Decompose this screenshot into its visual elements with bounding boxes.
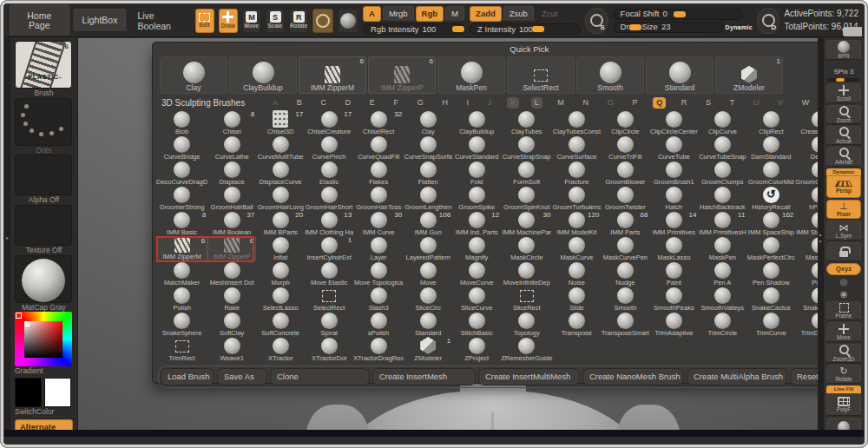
brush-tile[interactable]: CurveMultiTube [256,135,305,161]
brush-tile[interactable]: CurveLathe [207,135,256,161]
brush-tile[interactable]: SliceCirc [404,287,452,312]
spix-slider[interactable]: SPix 3 [826,62,861,82]
letter-jump[interactable]: Q [653,97,666,109]
brush-action-button[interactable]: Create InsertMesh [372,368,476,385]
brush-action-button[interactable]: Create InsertMultiMesh [478,368,580,385]
zsub-button[interactable]: Zsub [503,6,534,22]
stroke-selector[interactable] [15,98,72,146]
zoom3d-button[interactable]: Zoom3D [826,344,861,363]
floor-button[interactable]: ⊥ Floor [826,200,861,219]
letter-jump[interactable]: F [390,97,402,109]
brush-tile[interactable]: GroomSpinKnot [501,186,552,211]
letter-jump[interactable]: U [750,97,763,109]
letter-jump[interactable]: J [484,97,496,109]
brush-tile[interactable]: Flatten [404,161,452,186]
brush-tile[interactable]: Magnify [452,236,501,261]
brush-tile[interactable]: Pen A [698,261,746,287]
rotate-button[interactable]: R Rotate [289,9,308,33]
brush-tile[interactable]: SnakeCactus [746,287,795,312]
focal-shift-thumb[interactable] [674,11,686,17]
letter-jump[interactable]: S [702,97,714,109]
brush-tile[interactable]: TrimCircle [698,312,746,337]
brush-tile[interactable]: GroomHairShort [305,186,353,211]
brush-tile[interactable]: GroomLengthen [404,186,452,211]
letter-jump[interactable]: T [727,97,739,109]
brush-tile[interactable]: IMM Curve 30 [353,211,404,236]
brush-tile[interactable]: SoftConcrete [256,312,305,337]
quick-pick-tile[interactable]: MaskPen [437,56,505,94]
brush-tile[interactable]: GroomSpike [452,186,501,211]
brush-tile[interactable]: IMM Ind. Parts 12 [452,211,501,236]
brush-action-button[interactable]: Create NanoMesh Brush [582,368,684,385]
letter-jump[interactable]: M [554,97,568,109]
brush-tile[interactable]: Transpose [552,312,601,337]
main-color-swatch[interactable] [15,378,42,407]
brush-tile[interactable]: TrimAdaptive [649,312,698,337]
brush-tile[interactable]: GroomHairBall [207,186,256,211]
brush-tile[interactable]: Standard [404,312,452,337]
scale-button[interactable]: S Scale [266,9,285,33]
quick-pick-tile[interactable]: IMM ZipperM 6 [299,56,366,94]
brush-tile[interactable]: MoveCurve [452,261,501,287]
saturation-square[interactable] [24,321,62,358]
brush-tile[interactable]: GroomColorMid [746,161,795,186]
transparency-lock-button[interactable] [826,242,861,261]
brush-tile[interactable]: Polish [156,287,207,312]
rotate-3d-button[interactable]: ↻ Rotate [826,365,861,384]
brush-tile[interactable]: SliceRect [501,287,552,312]
brush-tile[interactable]: Slash3 [353,287,404,312]
actual-button[interactable]: Actual [826,126,861,145]
a-button[interactable]: A [363,6,381,22]
ghost-toggle-button[interactable]: ◎ [836,277,852,287]
brush-tile[interactable]: MaskCurve [552,236,601,261]
brush-tile[interactable]: IMM BParts 20 [256,211,305,236]
brush-tile[interactable]: Inflat [256,236,305,261]
letter-jump[interactable]: G [414,97,427,109]
brush-tile[interactable]: IMM ModelKit 120 [552,211,601,236]
brush-tile[interactable]: ChiselCreature 17 [305,110,353,135]
brush-tile[interactable]: DamStandard [746,135,795,161]
brush-tile[interactable]: MeshInsert Dot [207,261,256,287]
brush-tile[interactable]: FormSoft [501,161,552,186]
brush-tile[interactable]: MaskCurvePen [601,236,649,261]
home-page-button[interactable]: Home Page [10,4,69,36]
brush-tile[interactable]: XTractor [256,337,305,362]
brush-tile[interactable]: SmoothValleys [698,287,746,312]
brush-tile[interactable]: InsertCylndrExt 1 [305,236,353,261]
brush-tile[interactable]: Move [404,261,452,287]
brush-tile[interactable]: CurveStrapSnap [501,135,552,161]
brush-tile[interactable]: Morph [256,261,305,287]
quick-pick-tile[interactable]: Smooth [576,56,644,94]
brush-tile[interactable]: TrimRect [156,337,207,362]
brush-tile[interactable]: ZProject [452,337,501,362]
letter-jump[interactable]: K [507,97,519,109]
brush-tile[interactable]: DecoCurveDragD [156,161,207,186]
secondary-color-swatch[interactable] [44,378,71,407]
brush-tile[interactable]: SoftClay [207,312,256,337]
brush-tile[interactable]: ZRemesherGuide [501,337,552,362]
brush-tile[interactable]: IMM SpaceShip 162 [746,211,795,236]
brush-tile[interactable]: Blob [156,110,207,135]
brush-tile[interactable]: IMM Primitives 14 [649,211,698,236]
brush-tile[interactable]: GroomHairLong [256,186,305,211]
quick-pick-tile[interactable]: ZModeler 1 [715,56,783,94]
brush-action-button[interactable]: Load Brush [161,368,214,385]
letter-jump[interactable]: B [293,97,306,109]
brush-tile[interactable]: ClayBuildup [452,110,501,135]
z-intensity-thumb[interactable] [532,26,544,32]
brush-tile[interactable]: Chisel 8 [207,110,256,135]
zcut-button[interactable]: Zcut [536,6,563,22]
brush-tile[interactable]: GroomHairToss [353,186,404,211]
letter-jump[interactable]: W [799,97,813,109]
brush-tile[interactable]: ClipCircle [601,110,649,135]
brush-tile[interactable]: CurveBridge [156,135,207,161]
draw-size-slider[interactable]: Draw Size 23 [613,22,724,33]
mrgb-button[interactable]: Mrgb [383,6,414,22]
brush-tile[interactable]: ClayTubesConst [552,110,601,135]
brush-tile[interactable]: CurveTriFill [601,135,649,161]
brush-action-button[interactable]: Clone [270,368,370,385]
brush-tile[interactable]: CurveQuadFill [353,135,404,161]
brush-tile[interactable]: TransposeSmart [601,312,649,337]
brush-palette-button[interactable]: D [757,8,780,34]
texture-selector[interactable] [15,205,72,246]
